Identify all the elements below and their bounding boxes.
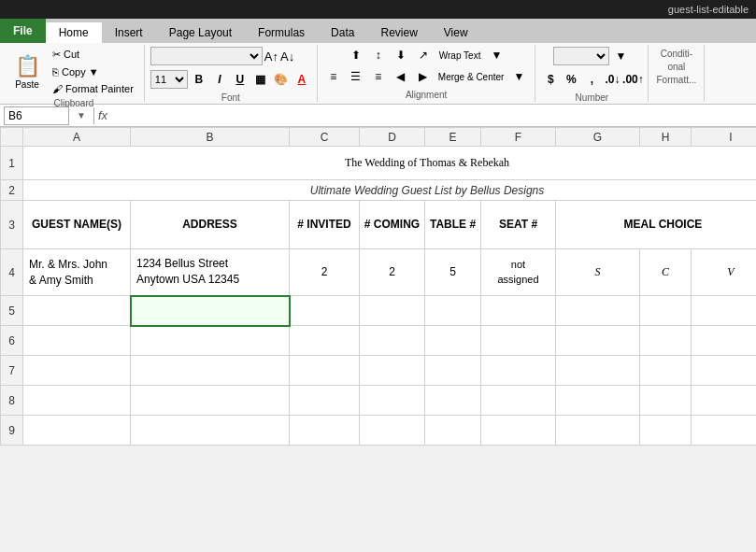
col-header-F[interactable]: F <box>481 128 556 147</box>
cell-9-b[interactable] <box>131 416 290 446</box>
cell-8-a[interactable] <box>23 386 131 416</box>
align-center-button[interactable]: ☰ <box>346 68 366 85</box>
font-shrink-icon[interactable]: A↓ <box>280 50 294 64</box>
cell-7-g[interactable] <box>556 356 640 386</box>
row-header-3[interactable]: 3 <box>1 201 23 249</box>
font-grow-icon[interactable]: A↑ <box>264 50 278 64</box>
italic-button[interactable]: I <box>210 70 229 89</box>
cell-7-c[interactable] <box>290 356 360 386</box>
cell-4-meal-c[interactable]: C <box>640 249 692 296</box>
cell-6-f[interactable] <box>481 326 556 356</box>
header-table-num[interactable]: TABLE # <box>425 201 481 249</box>
wrap-dropdown-button[interactable]: ▼ <box>486 47 506 64</box>
merge-center-button[interactable]: Merge & Center <box>435 68 507 85</box>
decrease-decimal-button[interactable]: .0↓ <box>603 70 621 89</box>
tab-data[interactable]: Data <box>318 22 367 43</box>
col-header-B[interactable]: B <box>131 128 290 147</box>
paste-button[interactable]: 📋 Paste <box>9 51 45 92</box>
copy-button[interactable]: ⎘ Copy ▼ <box>48 64 138 79</box>
header-guest-names[interactable]: GUEST NAME(S) <box>23 201 131 249</box>
cell-5-h[interactable] <box>640 296 692 326</box>
decrease-indent-button[interactable]: ◀ <box>391 68 411 85</box>
header-seat-num[interactable]: SEAT # <box>481 201 556 249</box>
tab-file[interactable]: File <box>0 19 46 43</box>
font-size-select[interactable]: 11 <box>150 70 188 89</box>
cell-6-i[interactable] <box>692 326 757 356</box>
border-button[interactable]: ▦ <box>251 70 270 89</box>
comma-button[interactable]: , <box>582 70 601 89</box>
row-header-8[interactable]: 8 <box>1 386 23 416</box>
align-bottom-button[interactable]: ⬇ <box>391 47 411 64</box>
cell-6-g[interactable] <box>556 326 640 356</box>
cell-7-i[interactable] <box>692 356 757 386</box>
number-format-select[interactable] <box>553 47 609 65</box>
cell-8-c[interactable] <box>290 386 360 416</box>
row-header-7[interactable]: 7 <box>1 356 23 386</box>
cell-4-invited[interactable]: 2 <box>290 249 360 296</box>
cell-8-d[interactable] <box>360 386 425 416</box>
cell-9-h[interactable] <box>640 416 692 446</box>
tab-review[interactable]: Review <box>367 22 430 43</box>
align-top-button[interactable]: ⬆ <box>346 47 366 64</box>
cell-6-e[interactable] <box>425 326 481 356</box>
cell-9-g[interactable] <box>556 416 640 446</box>
col-header-G[interactable]: G <box>556 128 640 147</box>
col-header-E[interactable]: E <box>425 128 481 147</box>
cell-9-d[interactable] <box>360 416 425 446</box>
cell-7-d[interactable] <box>360 356 425 386</box>
row-header-5[interactable]: 5 <box>1 296 23 326</box>
formula-expand-button[interactable]: ▼ <box>73 110 90 120</box>
cell-4-address[interactable]: 1234 Bellus StreetAnytown USA 12345 <box>131 249 290 296</box>
number-format-dropdown[interactable]: ▼ <box>611 47 630 65</box>
align-left-button[interactable]: ≡ <box>323 68 344 85</box>
cell-8-g[interactable] <box>556 386 640 416</box>
cell-5-e[interactable] <box>425 296 481 326</box>
cell-6-h[interactable] <box>640 326 692 356</box>
cell-title[interactable]: The Wedding of Thomas & Rebekah <box>23 147 757 180</box>
cell-6-b[interactable] <box>131 326 290 356</box>
row-header-4[interactable]: 4 <box>1 249 23 296</box>
cell-9-c[interactable] <box>290 416 360 446</box>
cell-8-b[interactable] <box>131 386 290 416</box>
row-header-6[interactable]: 6 <box>1 326 23 356</box>
cell-8-i[interactable] <box>692 386 757 416</box>
cell-4-seat[interactable]: notassigned <box>481 249 556 296</box>
tab-page-layout[interactable]: Page Layout <box>156 22 245 43</box>
cell-7-f[interactable] <box>481 356 556 386</box>
tab-formulas[interactable]: Formulas <box>245 22 318 43</box>
cell-4-meal-v[interactable]: V <box>692 249 757 296</box>
cell-9-e[interactable] <box>425 416 481 446</box>
cell-7-h[interactable] <box>640 356 692 386</box>
increase-decimal-button[interactable]: .00↑ <box>623 70 642 89</box>
align-middle-button[interactable]: ↕ <box>368 47 389 64</box>
row-header-1[interactable]: 1 <box>1 147 23 180</box>
col-header-A[interactable]: A <box>23 128 131 147</box>
cell-6-a[interactable] <box>23 326 131 356</box>
font-color-button[interactable]: A <box>292 70 311 89</box>
cell-5-b[interactable] <box>131 296 290 326</box>
cell-subtitle[interactable]: Ultimate Wedding Guest List by Bellus De… <box>23 180 757 201</box>
cell-7-e[interactable] <box>425 356 481 386</box>
cell-5-f[interactable] <box>481 296 556 326</box>
cell-5-c[interactable] <box>290 296 360 326</box>
cell-9-f[interactable] <box>481 416 556 446</box>
cell-8-e[interactable] <box>425 386 481 416</box>
wrap-text-button[interactable]: Wrap Text <box>435 47 485 64</box>
cell-reference-input[interactable]: B6 <box>4 106 69 125</box>
merge-dropdown-button[interactable]: ▼ <box>508 68 529 85</box>
formula-input[interactable] <box>111 109 752 122</box>
row-header-2[interactable]: 2 <box>1 180 23 201</box>
currency-button[interactable]: $ <box>541 70 560 89</box>
cell-5-g[interactable] <box>556 296 640 326</box>
cell-9-i[interactable] <box>692 416 757 446</box>
cell-7-b[interactable] <box>131 356 290 386</box>
cell-4-coming[interactable]: 2 <box>360 249 425 296</box>
increase-indent-button[interactable]: ▶ <box>413 68 434 85</box>
cell-5-a[interactable] <box>23 296 131 326</box>
header-address[interactable]: ADDRESS <box>131 201 290 249</box>
orient-button[interactable]: ↗ <box>413 47 434 64</box>
cell-9-a[interactable] <box>23 416 131 446</box>
cell-4-table[interactable]: 5 <box>425 249 481 296</box>
row-header-9[interactable]: 9 <box>1 416 23 446</box>
bold-button[interactable]: B <box>190 70 208 89</box>
